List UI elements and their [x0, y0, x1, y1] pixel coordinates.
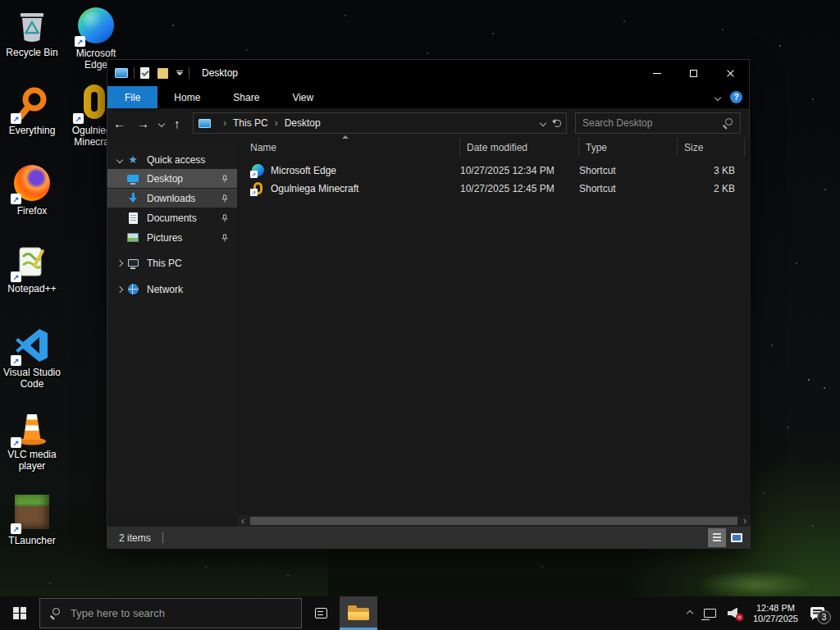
- desktop-folder-icon: [127, 175, 139, 182]
- taskbar-search-input[interactable]: [71, 607, 291, 619]
- everything-icon: ↗: [13, 84, 51, 122]
- recycle-bin-icon: [13, 7, 51, 44]
- titlebar-separator: [189, 67, 189, 79]
- breadcrumb-separator: ›: [223, 117, 226, 129]
- taskbar-file-explorer-button[interactable]: [340, 596, 377, 630]
- search-box[interactable]: [575, 112, 741, 134]
- desktop-icon-everything[interactable]: ↗ Everything: [0, 84, 64, 136]
- breadcrumb-desktop[interactable]: Desktop: [285, 117, 321, 129]
- thumbnails-view-button[interactable]: [728, 528, 746, 547]
- taskbar-search-box[interactable]: [39, 598, 302, 628]
- column-header-name[interactable]: Name: [237, 138, 460, 157]
- navigation-pane: ★ Quick access Desktop Downloads: [107, 138, 237, 515]
- shortcut-arrow-icon: ↗: [11, 194, 21, 204]
- nav-this-pc[interactable]: This PC: [107, 253, 237, 272]
- taskbar-clock[interactable]: 12:48 PM 10/27/2025: [746, 603, 805, 624]
- desktop-icon-tlauncher[interactable]: ↗ TLauncher: [0, 493, 64, 546]
- minimize-icon: [653, 73, 661, 74]
- tab-file[interactable]: File: [107, 86, 158, 108]
- desktop-icon-label: VLC media player: [0, 449, 64, 472]
- desktop-icon-vscode[interactable]: ↗ Visual Studio Code: [0, 326, 64, 390]
- column-header-size[interactable]: Size: [678, 138, 745, 157]
- volume-icon: ×: [728, 608, 741, 619]
- refresh-icon[interactable]: [554, 120, 561, 127]
- downloads-icon: [128, 193, 139, 203]
- file-row-microsoft-edge[interactable]: ↗ Microsoft Edge 10/27/2025 12:34 PM Sho…: [237, 162, 751, 179]
- title-bar[interactable]: Desktop: [107, 60, 749, 86]
- properties-icon[interactable]: [140, 67, 149, 79]
- desktop-icon-notepadpp[interactable]: ↗ Notepad++: [0, 243, 64, 294]
- nav-pictures[interactable]: Pictures: [107, 228, 237, 247]
- chevron-right-icon[interactable]: [114, 287, 126, 292]
- file-date: 10/27/2025 12:34 PM: [460, 165, 579, 176]
- desktop-icon-firefox[interactable]: ↗ Firefox: [0, 164, 64, 217]
- scroll-right-icon[interactable]: ›: [739, 515, 751, 527]
- task-view-button[interactable]: [302, 596, 340, 630]
- nav-network[interactable]: Network: [107, 280, 237, 299]
- volume-tray-button[interactable]: ×: [722, 596, 746, 630]
- minimize-button[interactable]: [638, 60, 675, 86]
- item-count: 2 items: [119, 532, 151, 544]
- documents-icon: [129, 212, 138, 224]
- breadcrumb-this-pc[interactable]: This PC: [233, 117, 268, 129]
- tab-share[interactable]: Share: [217, 86, 276, 108]
- help-icon[interactable]: ?: [730, 91, 742, 103]
- maximize-button[interactable]: [675, 60, 712, 86]
- network-icon: [128, 284, 139, 294]
- desktop-icon-label: TLauncher: [0, 535, 64, 546]
- nav-desktop[interactable]: Desktop: [107, 169, 237, 188]
- show-hidden-icons-button[interactable]: [682, 596, 698, 630]
- desktop-icon-recycle-bin[interactable]: Recycle Bin: [0, 7, 64, 58]
- scroll-left-icon[interactable]: ‹: [237, 515, 249, 527]
- address-bar[interactable]: › This PC › Desktop: [193, 112, 567, 134]
- wallpaper-glow: [673, 562, 837, 600]
- clock-time: 12:48 PM: [756, 603, 795, 614]
- chevron-down-icon[interactable]: [114, 158, 126, 162]
- tab-view[interactable]: View: [276, 86, 330, 108]
- file-name: Ogulniega Minecraft: [271, 183, 358, 194]
- forward-button[interactable]: →: [131, 117, 155, 130]
- chevron-right-icon[interactable]: [114, 261, 126, 266]
- new-folder-icon[interactable]: [158, 68, 168, 79]
- nav-quick-access[interactable]: ★ Quick access: [107, 150, 237, 169]
- desktop-icon-label: Visual Studio Code: [0, 367, 64, 390]
- horizontal-scrollbar[interactable]: ‹ ›: [237, 515, 751, 527]
- column-header-type[interactable]: Type: [579, 138, 678, 157]
- window-title: Desktop: [202, 67, 238, 79]
- search-icon: [50, 608, 61, 619]
- nav-documents[interactable]: Documents: [107, 208, 237, 227]
- tab-home[interactable]: Home: [158, 86, 217, 108]
- nav-downloads[interactable]: Downloads: [107, 189, 237, 208]
- address-dropdown-icon[interactable]: [540, 120, 546, 126]
- recent-locations-button[interactable]: [155, 117, 168, 129]
- up-button[interactable]: ↑: [168, 117, 186, 130]
- shortcut-arrow-icon: ↗: [11, 113, 21, 124]
- file-size: 2 KB: [678, 183, 735, 194]
- desktop-icon-vlc[interactable]: ↗ VLC media player: [0, 409, 64, 472]
- action-center-button[interactable]: 3: [805, 596, 840, 630]
- back-button[interactable]: ←: [107, 117, 131, 130]
- edge-icon: ↗: [77, 7, 115, 45]
- column-header-date-modified[interactable]: Date modified: [460, 138, 579, 157]
- notepadpp-icon: ↗: [13, 243, 51, 281]
- file-row-ogulniega-minecraft[interactable]: ↗ Ogulniega Minecraft 10/27/2025 12:45 P…: [237, 180, 751, 197]
- scrollbar-thumb[interactable]: [250, 517, 737, 525]
- taskbar: × 12:48 PM 10/27/2025 3: [0, 596, 840, 630]
- shortcut-arrow-icon: ↗: [11, 272, 21, 282]
- network-tray-button[interactable]: [698, 596, 722, 630]
- details-view-button[interactable]: [708, 528, 726, 547]
- clock-date: 10/27/2025: [753, 614, 798, 624]
- minecraft-file-icon: ↗: [252, 182, 265, 195]
- desktop-background: Recycle Bin ↗ Everything ↗ Firefox ↗: [0, 0, 840, 630]
- start-button[interactable]: [0, 596, 39, 630]
- firefox-icon: ↗: [13, 165, 51, 203]
- search-input[interactable]: [582, 117, 723, 129]
- expand-ribbon-icon[interactable]: [714, 94, 721, 100]
- close-button[interactable]: [712, 60, 749, 86]
- vscode-icon: ↗: [13, 326, 51, 364]
- system-tray: × 12:48 PM 10/27/2025 3: [682, 596, 840, 630]
- task-view-icon: [315, 608, 327, 619]
- customize-quick-access-toolbar-icon[interactable]: [176, 71, 183, 75]
- search-icon[interactable]: [723, 118, 733, 129]
- mute-badge: ×: [736, 614, 743, 621]
